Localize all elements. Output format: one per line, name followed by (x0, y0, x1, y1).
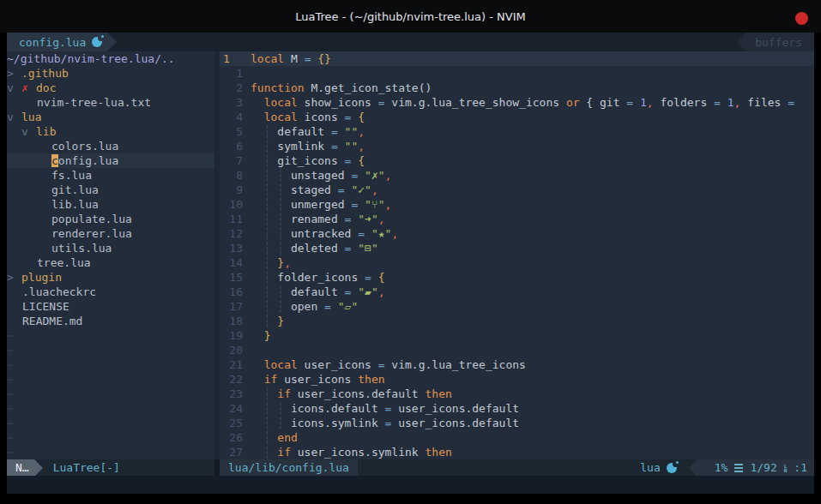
statusline-filename: lua/lib/config.lua (220, 459, 358, 476)
tab-label: config.lua (19, 36, 86, 49)
line-number: 24 (220, 401, 243, 416)
tree-item[interactable]: tree.lua (7, 255, 214, 270)
code-line[interactable]: 1local M = {} (220, 51, 814, 66)
app-window: LuaTree - (~/github/nvim-tree.lua) - NVI… (0, 0, 821, 504)
tree-item[interactable]: lib.lua (7, 197, 214, 212)
chevron-right-icon[interactable]: > (7, 66, 21, 81)
code-line[interactable]: 3 local show_icons = vim.g.lua_tree_show… (220, 95, 814, 110)
tree-item[interactable]: vlua (7, 110, 214, 124)
tree-item[interactable]: >.github (7, 66, 214, 81)
tree-item-label: plugin (21, 270, 62, 285)
line-number: 8 (220, 168, 243, 183)
code-line[interactable]: 13 ┆ ┆ deleted = "⊟" (220, 241, 814, 255)
chevron-right-icon[interactable]: > (7, 270, 21, 285)
tab-config-lua[interactable]: config.lua (7, 33, 107, 51)
code-line[interactable]: 4 local icons = { (220, 110, 814, 124)
close-button[interactable] (795, 12, 808, 25)
code-line[interactable]: 10 ┆ ┆ unmerged = "⑂", (220, 197, 814, 212)
code-line[interactable]: 6 ┆ symlink = "", (220, 139, 814, 153)
code-line-text: ┆ ┆ icons.symlink = user_icons.default (243, 416, 519, 430)
code-line-text: ┆ } (243, 314, 284, 328)
code-line[interactable]: 15 ┆ folder_icons = { (220, 270, 814, 285)
tree-item-label: .github (21, 66, 69, 81)
tabline-buffers[interactable]: buffers (746, 33, 814, 51)
chevron-down-icon[interactable]: v (7, 110, 21, 124)
code-line-text: ┆ folder_icons = { (243, 270, 385, 285)
tilde: ~ (7, 430, 14, 445)
tree-item[interactable]: vlib (7, 124, 214, 139)
line-number: 12 (220, 226, 243, 241)
code-line[interactable]: 8 ┆ ┆ unstaged = "✗", (220, 168, 814, 183)
tree-item[interactable]: config.lua (7, 153, 214, 168)
tree-filler-row: ~ (7, 445, 214, 459)
tree-item[interactable]: renderer.lua (7, 226, 214, 241)
code-line[interactable]: 24 ┆ ┆ icons.default = user_icons.defaul… (220, 401, 814, 416)
line-number: 21 (220, 357, 243, 372)
tree-item[interactable]: LICENSE (7, 299, 214, 314)
code-line[interactable]: 7 ┆ git_icons = { (220, 153, 814, 168)
tree-item-label: renderer.lua (51, 226, 132, 241)
code-line[interactable]: 20 (220, 343, 814, 357)
line-number: 2 (220, 81, 243, 95)
code-line[interactable]: 2function M.get_icon_state() (220, 81, 814, 95)
code-line[interactable]: 19 } (220, 328, 814, 343)
tree-item-label: lua (21, 110, 41, 124)
tree-item-label: config.lua (51, 153, 118, 168)
code-line-text: ┆ ┆ staged = "✓", (243, 183, 378, 197)
line-number: 15 (220, 270, 243, 285)
tree-item[interactable]: nvim-tree-lua.txt (7, 95, 214, 110)
code-line-text: ┆ ┆ deleted = "⊟" (243, 241, 378, 255)
tree-item[interactable]: colors.lua (7, 139, 214, 153)
tree-item-label: git.lua (51, 183, 99, 197)
code-line[interactable]: 25 ┆ ┆ icons.symlink = user_icons.defaul… (220, 416, 814, 430)
line-number: 9 (220, 183, 243, 197)
statusline-position-group: 1% 1/92 LN :1 (697, 459, 814, 476)
code-line[interactable]: 23 ┆ if user_icons.default then (220, 387, 814, 401)
line-number: 18 (220, 314, 243, 328)
lua-moon-icon (92, 37, 102, 47)
tilde: ~ (7, 328, 14, 343)
statusline-filetype: lua (640, 459, 688, 476)
code-line-text: ┆ ┆ icons.default = user_icons.default (243, 401, 519, 416)
code-line[interactable]: 1 (220, 66, 814, 81)
code-line[interactable]: 11 ┆ ┆ renamed = "➜", (220, 212, 814, 226)
tilde: ~ (7, 357, 14, 372)
code-line-text: ┆ ┆ unmerged = "⑂", (243, 197, 391, 212)
lua-moon-icon (667, 463, 677, 473)
tree-item[interactable]: >plugin (7, 270, 214, 285)
tree-item[interactable]: fs.lua (7, 168, 214, 183)
tree-item-label: doc (36, 81, 56, 95)
block-cursor: c (51, 154, 58, 167)
code-line-text: ┆ symlink = "", (243, 139, 365, 153)
code-line-text: local user_icons = vim.g.lua_tree_icons (243, 357, 526, 372)
chevron-down-icon[interactable]: v (21, 124, 36, 139)
commandline[interactable] (7, 476, 814, 494)
code-line[interactable]: 17 ┆ ┆ open = "▱" (220, 299, 814, 314)
tree-item-label: README.md (22, 314, 82, 328)
tree-item[interactable]: populate.lua (7, 212, 214, 226)
code-line[interactable]: 22 if user_icons then (220, 372, 814, 387)
tree-item[interactable]: README.md (7, 314, 214, 328)
tree-filler-row: ~ (7, 430, 214, 445)
tree-item[interactable]: git.lua (7, 183, 214, 197)
tree-item-label: LICENSE (22, 299, 69, 314)
statusline-percent: 1% (715, 461, 728, 474)
mode-badge: N… (7, 459, 34, 476)
code-line[interactable]: 18 ┆ } (220, 314, 814, 328)
code-line[interactable]: 14 ┆ }, (220, 255, 814, 270)
code-line[interactable]: 12 ┆ ┆ untracked = "★", (220, 226, 814, 241)
code-line[interactable]: 21 local user_icons = vim.g.lua_tree_ico… (220, 357, 814, 372)
tree-item-label: utils.lua (51, 241, 112, 255)
chevron-down-icon[interactable]: v (7, 81, 21, 95)
tree-item[interactable]: .luacheckrc (7, 285, 214, 299)
code-line[interactable]: 9 ┆ ┆ staged = "✓", (220, 183, 814, 197)
line-number: 17 (220, 299, 243, 314)
code-line[interactable]: 16 ┆ ┆ default = "▰", (220, 285, 814, 299)
code-line[interactable]: 5 ┆ default = "", (220, 124, 814, 139)
tree-item[interactable]: utils.lua (7, 241, 214, 255)
code-line[interactable]: 27 ┆ if user_icons.symlink then (220, 445, 814, 459)
tree-item[interactable]: v✗doc (7, 81, 214, 95)
tree-root[interactable]: ~/github/nvim-tree.lua/.. (7, 51, 214, 66)
code-line[interactable]: 26 ┆ end (220, 430, 814, 445)
code-editor: 1local M = {}12function M.get_icon_state… (220, 51, 814, 459)
